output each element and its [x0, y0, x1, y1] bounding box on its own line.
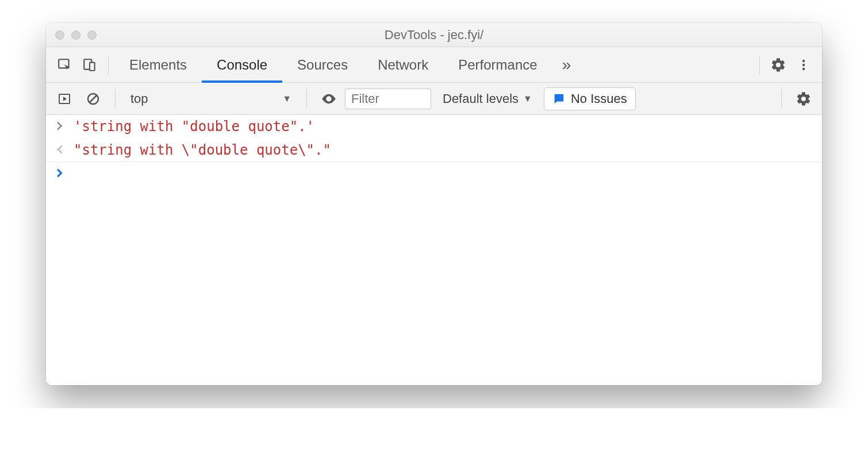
device-toolbar-icon[interactable] — [77, 52, 102, 78]
minimize-traffic-dot[interactable] — [71, 30, 80, 40]
tab-label: Elements — [129, 57, 187, 73]
svg-point-5 — [802, 67, 805, 70]
console-result-row: "string with \"double quote\"." — [46, 139, 822, 162]
svg-point-3 — [802, 59, 805, 62]
clear-console-icon[interactable] — [80, 86, 106, 112]
inspect-element-icon[interactable] — [52, 52, 77, 78]
input-chevron-icon — [54, 118, 66, 131]
console-prompt-row[interactable] — [46, 162, 822, 187]
more-glyph: » — [562, 56, 571, 74]
svg-rect-2 — [90, 62, 95, 70]
svg-point-4 — [802, 63, 805, 66]
tab-console[interactable]: Console — [202, 47, 282, 82]
traffic-lights — [55, 30, 97, 40]
console-prompt-input[interactable] — [74, 166, 814, 183]
settings-gear-icon[interactable] — [766, 52, 791, 78]
context-label: top — [130, 91, 148, 106]
svg-point-8 — [57, 149, 59, 151]
separator — [781, 89, 782, 109]
toggle-sidebar-icon[interactable] — [52, 86, 77, 112]
levels-label: Default levels — [443, 91, 519, 106]
issues-icon — [552, 93, 565, 105]
output-chevron-icon — [54, 142, 66, 155]
tab-network[interactable]: Network — [363, 47, 443, 82]
kebab-menu-icon[interactable] — [791, 52, 816, 78]
tab-label: Console — [217, 57, 267, 73]
console-input-echo-row: 'string with "double quote".' — [46, 115, 822, 139]
console-toolbar: top ▼ Default levels ▼ No Issues — [46, 83, 822, 115]
console-settings-gear-icon[interactable] — [791, 86, 816, 112]
separator — [306, 89, 307, 109]
separator — [115, 89, 116, 109]
live-expression-eye-icon[interactable] — [316, 86, 341, 112]
tab-performance[interactable]: Performance — [443, 47, 552, 82]
tab-label: Sources — [297, 57, 348, 73]
chevron-down-icon: ▼ — [523, 94, 532, 104]
console-output: 'string with "double quote".' "string wi… — [46, 115, 822, 385]
separator — [108, 55, 109, 75]
devtools-window: DevTools - jec.fyi/ Elements Console Sou… — [46, 23, 822, 385]
zoom-traffic-dot[interactable] — [87, 30, 97, 40]
console-result-text: "string with \"double quote\"." — [74, 142, 331, 158]
filter-input[interactable] — [345, 89, 431, 109]
tabs-container: Elements Console Sources Network Perform… — [114, 47, 552, 82]
main-tabs-bar: Elements Console Sources Network Perform… — [46, 47, 822, 83]
console-input-text: 'string with "double quote".' — [74, 118, 314, 135]
more-tabs-button[interactable]: » — [552, 52, 581, 78]
window-title: DevTools - jec.fyi/ — [46, 28, 822, 43]
tab-label: Performance — [458, 57, 537, 73]
chevron-down-icon: ▼ — [282, 94, 291, 104]
tab-sources[interactable]: Sources — [282, 47, 363, 82]
separator — [759, 55, 760, 75]
log-levels-selector[interactable]: Default levels ▼ — [435, 91, 540, 106]
issues-button[interactable]: No Issues — [544, 87, 636, 110]
close-traffic-dot[interactable] — [55, 30, 64, 40]
tab-label: Network — [378, 57, 428, 73]
issues-label: No Issues — [571, 91, 627, 106]
tab-elements[interactable]: Elements — [114, 47, 202, 82]
prompt-chevron-icon — [54, 166, 66, 178]
context-selector[interactable]: top ▼ — [125, 91, 297, 106]
window-titlebar: DevTools - jec.fyi/ — [46, 23, 822, 47]
